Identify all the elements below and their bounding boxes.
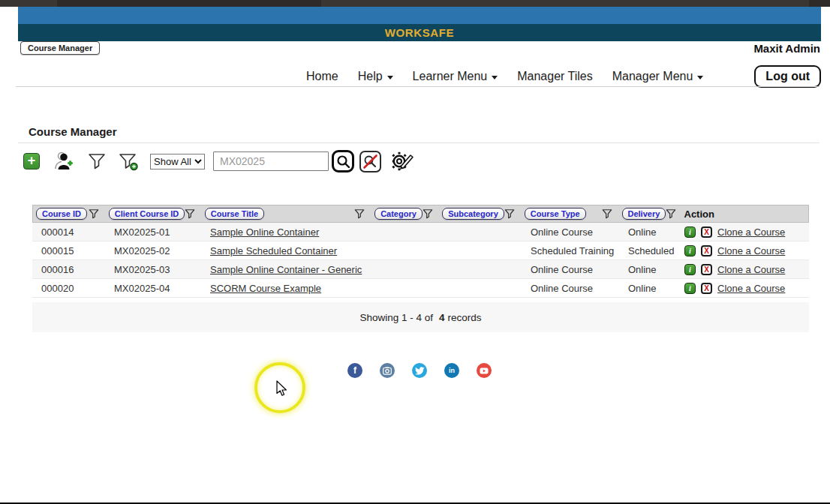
nav-manager-tiles[interactable]: Manager Tiles <box>517 70 593 83</box>
add-course-button[interactable]: + <box>23 153 40 170</box>
filter-add-icon <box>119 152 139 171</box>
column-header-action: Action <box>681 208 809 220</box>
column-header-course-id: Course ID <box>33 206 106 222</box>
delivery-header-button[interactable]: Delivery <box>622 208 666 220</box>
nav-manager-menu[interactable]: Manager Menu <box>612 70 704 83</box>
header-blue-band <box>18 7 821 24</box>
cell-course-id: 000014 <box>32 226 105 238</box>
filter-icon <box>88 152 106 170</box>
clone-course-link[interactable]: Clone a Course <box>717 226 785 238</box>
settings-edit-button[interactable] <box>391 150 415 172</box>
cell-course-type: Scheduled Training <box>522 245 619 256</box>
cell-delivery: Online <box>619 264 681 275</box>
column-header-delivery: Delivery <box>619 206 681 222</box>
filter-button[interactable] <box>88 152 106 170</box>
category-filter-button[interactable] <box>423 208 433 219</box>
nav-divider <box>16 86 819 87</box>
filter-icon <box>354 208 365 219</box>
records-summary: Showing 1 - 4 of4records <box>32 302 809 332</box>
cell-client-course-id: MX02025-01 <box>105 226 201 238</box>
column-header-subcategory: Subcategory <box>439 206 522 222</box>
course-type-filter-button[interactable] <box>602 208 612 219</box>
filter-icon <box>504 208 515 219</box>
table-row: 000015 MX02025-02 Sample Scheduled Conta… <box>32 242 809 260</box>
course-title-link[interactable]: Sample Online Container <box>210 226 319 238</box>
cell-course-type: Online Course <box>522 226 619 238</box>
client-course-id-filter-button[interactable] <box>185 208 195 219</box>
course-toolbar: + Show All <box>23 148 415 174</box>
subcategory-filter-button[interactable] <box>504 208 515 219</box>
facebook-icon[interactable]: f <box>347 363 362 378</box>
settings-edit-icon <box>391 150 415 172</box>
course-title-header-button[interactable]: Course Title <box>205 208 264 220</box>
main-nav: Home Help Learner Menu Manager Tiles Man… <box>18 65 821 88</box>
browser-top-bar <box>0 0 830 7</box>
table-row: 000014 MX02025-01 Sample Online Containe… <box>32 223 809 242</box>
course-title-filter-button[interactable] <box>354 208 365 219</box>
cell-course-id: 000016 <box>32 264 105 275</box>
delete-icon[interactable]: X <box>701 226 712 238</box>
logged-in-user: Maxit Admin <box>753 42 820 55</box>
cell-course-id: 000015 <box>32 245 105 256</box>
table-row: 000020 MX02025-04 SCORM Course Example O… <box>32 279 809 298</box>
cell-course-id: 000020 <box>32 283 105 294</box>
search-button[interactable] <box>332 150 354 172</box>
clone-course-link[interactable]: Clone a Course <box>717 264 785 275</box>
clone-course-link[interactable]: Clone a Course <box>717 283 785 294</box>
filter-icon <box>185 208 195 219</box>
search-input[interactable] <box>213 152 329 171</box>
filter-add-button[interactable] <box>119 152 139 171</box>
twitter-icon[interactable] <box>412 363 427 378</box>
logout-button[interactable]: Log out <box>754 65 821 88</box>
course-table: Course ID Client Course ID Course Title … <box>32 205 809 298</box>
nav-learner-menu[interactable]: Learner Menu <box>413 70 498 83</box>
info-icon[interactable]: i <box>684 264 696 275</box>
instagram-icon[interactable] <box>380 363 395 378</box>
add-person-button[interactable] <box>53 151 75 172</box>
course-title-link[interactable]: SCORM Course Example <box>210 283 321 294</box>
page-title: Course Manager <box>29 125 117 138</box>
client-course-id-header-button[interactable]: Client Course ID <box>109 208 185 220</box>
cell-client-course-id: MX02025-02 <box>105 245 201 256</box>
delete-icon[interactable]: X <box>701 245 712 256</box>
nav-help[interactable]: Help <box>358 70 393 83</box>
cell-client-course-id: MX02025-03 <box>105 264 201 275</box>
clear-search-button[interactable] <box>359 151 381 172</box>
filter-icon <box>89 208 99 219</box>
linkedin-icon[interactable]: in <box>444 363 459 378</box>
subcategory-header-button[interactable]: Subcategory <box>442 208 504 220</box>
search-icon <box>336 154 350 169</box>
cell-course-type: Online Course <box>522 283 619 294</box>
delete-icon[interactable]: X <box>701 283 712 294</box>
info-icon[interactable]: i <box>684 283 696 294</box>
social-links: f in <box>18 363 821 378</box>
column-header-course-title: Course Title <box>202 206 371 222</box>
cell-course-type: Online Course <box>522 264 619 275</box>
cell-delivery: Online <box>619 226 681 238</box>
chevron-down-icon <box>387 76 393 80</box>
course-id-filter-button[interactable] <box>89 208 99 219</box>
filter-icon <box>602 208 612 219</box>
info-icon[interactable]: i <box>684 226 696 238</box>
table-header-row: Course ID Client Course ID Course Title … <box>32 205 809 223</box>
delete-icon[interactable]: X <box>701 264 712 275</box>
delivery-filter-button[interactable] <box>666 208 676 219</box>
nav-home[interactable]: Home <box>306 70 338 83</box>
category-header-button[interactable]: Category <box>374 208 423 220</box>
table-row: 000016 MX02025-03 Sample Online Containe… <box>32 260 809 279</box>
show-filter-select[interactable]: Show All <box>150 154 205 170</box>
add-person-icon <box>53 151 75 172</box>
cell-delivery: Scheduled <box>619 245 681 256</box>
info-icon[interactable]: i <box>684 245 696 256</box>
course-manager-tab[interactable]: Course Manager <box>20 41 100 55</box>
course-title-link[interactable]: Sample Online Container - Generic <box>210 264 362 275</box>
column-header-client-course-id: Client Course ID <box>106 206 202 222</box>
course-type-header-button[interactable]: Course Type <box>525 208 586 220</box>
course-id-header-button[interactable]: Course ID <box>36 208 87 220</box>
course-title-link[interactable]: Sample Scheduled Container <box>210 245 337 256</box>
clone-course-link[interactable]: Clone a Course <box>717 245 785 256</box>
clear-search-icon <box>362 154 378 170</box>
cell-client-course-id: MX02025-04 <box>105 283 201 294</box>
youtube-icon[interactable] <box>477 363 492 378</box>
header-teal-band: WORKSAFE <box>18 24 821 41</box>
